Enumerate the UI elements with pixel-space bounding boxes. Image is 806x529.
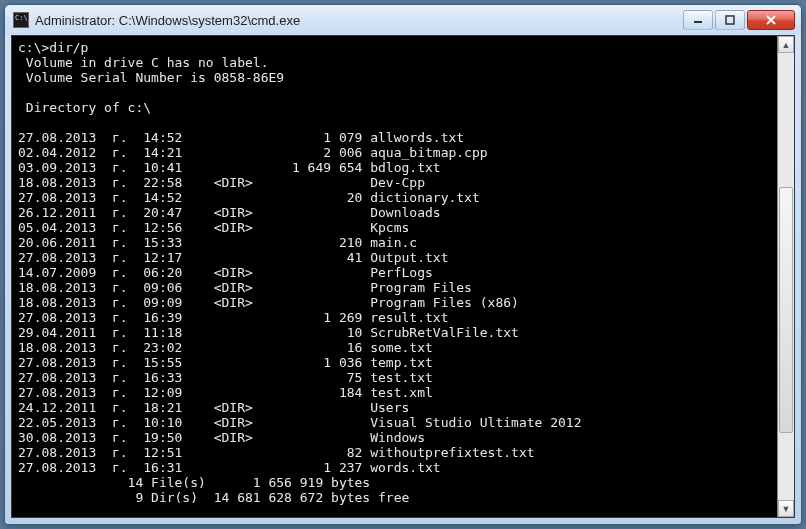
scroll-down-button[interactable]: ▼ <box>778 500 794 517</box>
minimize-icon <box>693 15 703 25</box>
titlebar[interactable]: Administrator: C:\Windows\system32\cmd.e… <box>5 5 801 35</box>
vertical-scrollbar[interactable]: ▲ ▼ <box>777 36 794 517</box>
cmd-icon <box>13 12 29 28</box>
scrollbar-track[interactable] <box>778 53 794 500</box>
window-title: Administrator: C:\Windows\system32\cmd.e… <box>35 13 683 28</box>
svg-rect-1 <box>726 16 734 24</box>
scroll-up-button[interactable]: ▲ <box>778 36 794 53</box>
scrollbar-thumb[interactable] <box>779 187 793 433</box>
maximize-button[interactable] <box>715 10 745 30</box>
client-area: c:\>dir/p Volume in drive C has no label… <box>11 35 795 518</box>
chevron-down-icon: ▼ <box>782 504 791 514</box>
minimize-button[interactable] <box>683 10 713 30</box>
window-controls <box>683 10 795 30</box>
cmd-window: Administrator: C:\Windows\system32\cmd.e… <box>4 4 802 525</box>
console-output[interactable]: c:\>dir/p Volume in drive C has no label… <box>12 36 777 517</box>
close-icon <box>765 15 777 25</box>
close-button[interactable] <box>747 10 795 30</box>
maximize-icon <box>725 15 735 25</box>
chevron-up-icon: ▲ <box>782 40 791 50</box>
